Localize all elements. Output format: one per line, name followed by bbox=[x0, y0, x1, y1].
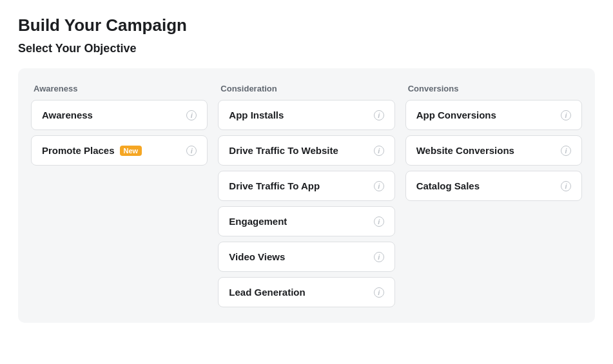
card-left-video-views: Video Views bbox=[229, 251, 285, 262]
page-subtitle: Select Your Objective bbox=[18, 42, 595, 55]
card-label-awareness: Awareness bbox=[42, 110, 93, 120]
option-card-drive-traffic-app[interactable]: Drive Traffic To Appi bbox=[218, 171, 394, 201]
info-icon-drive-traffic-website[interactable]: i bbox=[374, 146, 384, 156]
option-card-promote-places[interactable]: Promote PlacesNewi bbox=[31, 135, 208, 166]
info-icon-drive-traffic-app[interactable]: i bbox=[374, 181, 384, 191]
card-left-website-conversions: Website Conversions bbox=[416, 145, 514, 156]
card-label-website-conversions: Website Conversions bbox=[416, 145, 514, 156]
column-title-awareness: Awareness bbox=[31, 84, 208, 93]
card-left-awareness: Awareness bbox=[42, 110, 93, 120]
info-icon-website-conversions[interactable]: i bbox=[561, 146, 571, 156]
card-left-app-installs: App Installs bbox=[229, 110, 284, 120]
card-left-lead-generation: Lead Generation bbox=[229, 287, 305, 298]
card-label-lead-generation: Lead Generation bbox=[229, 287, 305, 298]
option-card-awareness[interactable]: Awarenessi bbox=[31, 100, 208, 130]
column-title-conversions: Conversions bbox=[405, 84, 582, 93]
option-card-app-conversions[interactable]: App Conversionsi bbox=[405, 100, 582, 130]
info-icon-awareness[interactable]: i bbox=[186, 110, 197, 120]
card-left-promote-places: Promote PlacesNew bbox=[42, 145, 142, 156]
info-icon-app-conversions[interactable]: i bbox=[561, 110, 571, 120]
option-card-video-views[interactable]: Video Viewsi bbox=[218, 242, 394, 272]
info-icon-lead-generation[interactable]: i bbox=[374, 287, 384, 298]
card-label-drive-traffic-app: Drive Traffic To App bbox=[229, 180, 320, 191]
info-icon-catalog-sales[interactable]: i bbox=[561, 181, 571, 191]
new-badge-promote-places: New bbox=[120, 146, 142, 156]
card-label-app-conversions: App Conversions bbox=[416, 110, 496, 120]
column-awareness: AwarenessAwarenessiPromote PlacesNewi bbox=[31, 84, 208, 166]
campaign-container: AwarenessAwarenessiPromote PlacesNewiCon… bbox=[18, 68, 595, 323]
info-icon-video-views[interactable]: i bbox=[374, 252, 384, 262]
option-card-catalog-sales[interactable]: Catalog Salesi bbox=[405, 171, 582, 201]
info-icon-app-installs[interactable]: i bbox=[374, 110, 384, 120]
info-icon-engagement[interactable]: i bbox=[374, 216, 384, 227]
option-card-app-installs[interactable]: App Installsi bbox=[218, 100, 394, 130]
option-card-website-conversions[interactable]: Website Conversionsi bbox=[405, 135, 582, 166]
card-label-catalog-sales: Catalog Sales bbox=[416, 180, 480, 191]
column-conversions: ConversionsApp ConversionsiWebsite Conve… bbox=[405, 84, 582, 201]
option-card-engagement[interactable]: Engagementi bbox=[218, 206, 394, 236]
card-label-engagement: Engagement bbox=[229, 216, 287, 227]
option-card-lead-generation[interactable]: Lead Generationi bbox=[218, 277, 394, 307]
card-label-drive-traffic-website: Drive Traffic To Website bbox=[229, 145, 338, 156]
card-left-app-conversions: App Conversions bbox=[416, 110, 496, 120]
card-left-engagement: Engagement bbox=[229, 216, 287, 227]
card-label-promote-places: Promote Places bbox=[42, 145, 115, 156]
column-title-consideration: Consideration bbox=[218, 84, 394, 93]
card-left-drive-traffic-website: Drive Traffic To Website bbox=[229, 145, 338, 156]
column-consideration: ConsiderationApp InstallsiDrive Traffic … bbox=[218, 84, 394, 307]
option-card-drive-traffic-website[interactable]: Drive Traffic To Websitei bbox=[218, 135, 394, 166]
columns-layout: AwarenessAwarenessiPromote PlacesNewiCon… bbox=[31, 84, 582, 307]
card-left-catalog-sales: Catalog Sales bbox=[416, 180, 480, 191]
card-label-video-views: Video Views bbox=[229, 251, 285, 262]
card-left-drive-traffic-app: Drive Traffic To App bbox=[229, 180, 320, 191]
card-label-app-installs: App Installs bbox=[229, 110, 284, 120]
page-title: Build Your Campaign bbox=[18, 15, 595, 35]
info-icon-promote-places[interactable]: i bbox=[186, 146, 197, 156]
